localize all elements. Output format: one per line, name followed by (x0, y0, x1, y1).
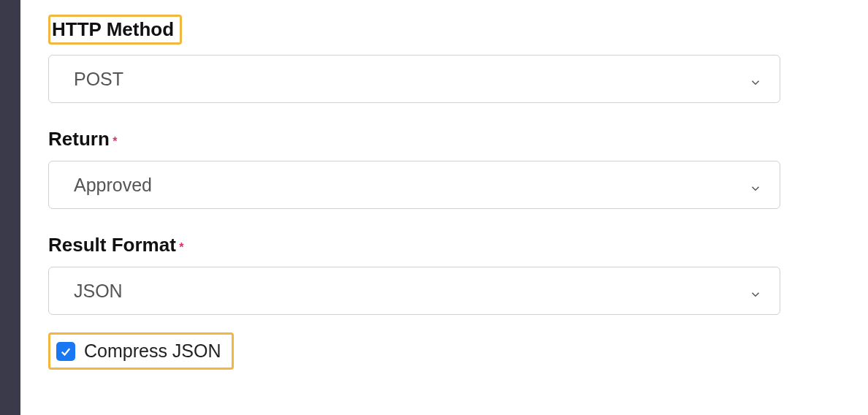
sidebar-strip (0, 0, 20, 415)
compress-json-checkbox[interactable] (56, 342, 75, 361)
result-format-group: Result Format * JSON (48, 234, 780, 315)
compress-json-label: Compress JSON (84, 340, 221, 362)
http-method-label: HTTP Method (52, 18, 174, 40)
check-icon (59, 345, 72, 358)
http-method-group: HTTP Method POST (48, 15, 780, 103)
return-value: Approved (74, 175, 152, 196)
http-method-select[interactable]: POST (48, 55, 780, 103)
return-select[interactable]: Approved (48, 161, 780, 209)
chevron-down-icon (749, 178, 762, 191)
result-format-select[interactable]: JSON (48, 267, 780, 315)
chevron-down-icon (749, 284, 762, 297)
result-format-required-asterisk: * (179, 241, 183, 254)
result-format-value: JSON (74, 281, 123, 302)
return-required-asterisk: * (113, 135, 117, 148)
chevron-down-icon (749, 72, 762, 85)
form-content: HTTP Method POST Return * Approved Resul… (20, 0, 868, 415)
return-label: Return (48, 128, 110, 150)
http-method-label-highlight: HTTP Method (48, 15, 182, 45)
return-group: Return * Approved (48, 128, 780, 209)
result-format-label: Result Format (48, 234, 176, 256)
compress-json-row: Compress JSON (48, 332, 234, 370)
http-method-value: POST (74, 69, 123, 90)
